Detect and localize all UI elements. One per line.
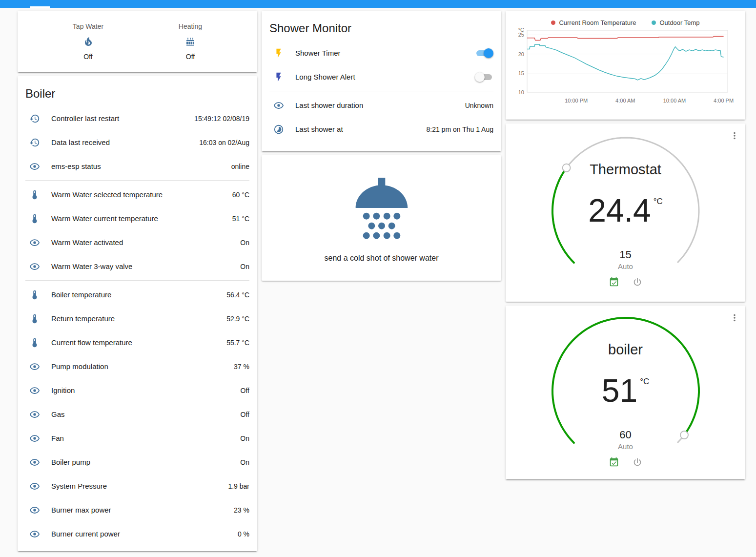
- glance-item-heating[interactable]: Heating Off: [179, 22, 202, 61]
- card-title-shower-monitor: Shower Monitor: [262, 11, 501, 41]
- entity-row[interactable]: Fan On: [18, 426, 257, 450]
- entity-row-last-shower-duration[interactable]: Last shower duration Unknown: [262, 93, 501, 117]
- legend-item: Outdoor Temp: [652, 19, 699, 26]
- long-shower-alert-toggle[interactable]: [475, 72, 493, 82]
- timelapse-icon: [273, 124, 285, 135]
- unit-label: °C: [654, 197, 663, 206]
- entity-row[interactable]: Ignition Off: [18, 378, 257, 402]
- svg-text:10: 10: [518, 89, 524, 95]
- history-icon: [29, 137, 41, 148]
- boiler-gauge: boiler 51°C 60 Auto: [545, 310, 706, 474]
- fire-icon: [82, 36, 94, 47]
- toggle-thumb: [475, 72, 485, 82]
- divider: [25, 180, 249, 181]
- target-temperature: 60: [545, 429, 706, 441]
- power-icon[interactable]: [632, 457, 643, 468]
- thermometer-icon: [29, 289, 41, 301]
- divider: [25, 280, 249, 281]
- divider: [269, 91, 493, 91]
- eye-icon: [29, 261, 41, 272]
- thermometer-icon: [29, 313, 41, 325]
- entity-row[interactable]: Controller last restart 15:49:12 02/08/1…: [18, 106, 257, 130]
- shower-action-label: send a cold shot of shower water: [325, 254, 439, 263]
- current-temperature: 24.4°C: [545, 192, 706, 229]
- legend-item: Current Room Temperature: [551, 19, 636, 26]
- glance-card: Tap Water Off Heating Off: [18, 11, 257, 72]
- svg-text:10:00 AM: 10:00 AM: [663, 98, 686, 103]
- app-header: [0, 0, 756, 8]
- entity-row[interactable]: Pump modulation 37 %: [18, 354, 257, 378]
- eye-icon: [29, 385, 41, 396]
- thermometer-icon: [29, 189, 41, 201]
- toggle-thumb: [484, 48, 493, 58]
- dashboard: Tap Water Off Heating Off Boiler Control…: [0, 8, 756, 551]
- eye-icon: [29, 504, 41, 516]
- chart-legend: Current Room TemperatureOutdoor Temp: [506, 18, 745, 27]
- entity-row-shower-timer[interactable]: Shower Timer: [262, 41, 501, 65]
- calendar-sync-icon[interactable]: [609, 457, 619, 468]
- hvac-mode: Auto: [545, 262, 706, 270]
- entity-row-long-shower-alert[interactable]: Long Shower Alert: [262, 65, 501, 89]
- eye-icon: [29, 480, 41, 492]
- entity-row[interactable]: Warm Water activated On: [18, 230, 257, 254]
- shower-monitor-card: Shower Monitor Shower Timer Long Shower …: [262, 11, 501, 151]
- svg-text:4:00 PM: 4:00 PM: [714, 98, 734, 103]
- boiler-gauge-card: boiler 51°C 60 Auto: [506, 306, 745, 479]
- entity-row[interactable]: Warm Water current temperature 51 °C: [18, 206, 257, 230]
- svg-text:15: 15: [518, 70, 524, 76]
- svg-text:25: 25: [518, 32, 524, 38]
- entity-row[interactable]: Gas Off: [18, 402, 257, 426]
- entity-row[interactable]: Boiler pump On: [18, 450, 257, 474]
- thermostat-gauge: Thermostat 24.4°C 15 Auto: [545, 130, 706, 293]
- entity-row[interactable]: Burner current power 0 %: [18, 522, 257, 546]
- shower-head-icon: [343, 172, 421, 252]
- dots-vertical-icon: [729, 317, 740, 325]
- entity-row[interactable]: Current flow temperature 55.7 °C: [18, 330, 257, 354]
- gauge-title: Thermostat: [545, 162, 706, 178]
- dots-vertical-icon: [729, 135, 740, 143]
- column-middle: Shower Monitor Shower Timer Long Shower …: [262, 11, 501, 281]
- power-icon[interactable]: [632, 277, 643, 288]
- unit-label: °C: [640, 377, 649, 386]
- eye-icon: [29, 237, 41, 248]
- entity-row-last-shower-at[interactable]: Last shower at 8:21 pm on Thu 1 Aug: [262, 117, 501, 141]
- entity-row[interactable]: System Pressure 1.9 bar: [18, 474, 257, 498]
- entity-row[interactable]: Boiler temperature 56.4 °C: [18, 283, 257, 307]
- shower-action-card[interactable]: send a cold shot of shower water: [262, 155, 501, 281]
- boiler-rows: Controller last restart 15:49:12 02/08/1…: [18, 106, 257, 546]
- eye-icon: [29, 409, 41, 420]
- shower-timer-toggle[interactable]: [475, 48, 493, 58]
- temperature-history-chart: 10152025°C10:00 PM4:00 AM10:00 AM4:00 PM: [506, 27, 745, 118]
- more-menu-button[interactable]: [728, 311, 741, 325]
- flash-icon: [273, 47, 285, 59]
- thermometer-icon: [29, 213, 41, 225]
- eye-icon: [29, 528, 41, 540]
- history-icon: [29, 113, 41, 124]
- glance-item-tap-water[interactable]: Tap Water Off: [73, 22, 103, 61]
- glance-items: Tap Water Off Heating Off: [35, 22, 240, 61]
- radiator-icon: [184, 36, 196, 47]
- entity-row[interactable]: Warm Water 3-way valve On: [18, 254, 257, 278]
- gauge-title: boiler: [545, 342, 706, 358]
- svg-text:20: 20: [518, 51, 524, 57]
- entity-row[interactable]: Data last received 16:03 on 02/Aug: [18, 130, 257, 154]
- more-menu-button[interactable]: [728, 129, 741, 143]
- calendar-sync-icon[interactable]: [609, 277, 619, 288]
- target-temperature: 15: [545, 248, 706, 261]
- history-graph-card: Current Room TemperatureOutdoor Temp 101…: [506, 11, 745, 120]
- entity-row[interactable]: Return temperature 52.9 °C: [18, 307, 257, 330]
- hvac-mode: Auto: [545, 442, 706, 451]
- entity-row[interactable]: Burner max power 23 %: [18, 498, 257, 522]
- eye-icon: [29, 361, 41, 372]
- thermostat-card: Thermostat 24.4°C 15 Auto: [506, 124, 745, 302]
- svg-text:°C: °C: [518, 27, 524, 33]
- boiler-card: Boiler Controller last restart 15:49:12 …: [18, 76, 257, 551]
- eye-icon: [29, 433, 41, 444]
- column-right: Current Room TemperatureOutdoor Temp 101…: [506, 11, 745, 479]
- gauge-actions: [545, 277, 706, 288]
- entity-row[interactable]: ems-esp status online: [18, 154, 257, 178]
- thermometer-icon: [29, 337, 41, 349]
- current-temperature: 51°C: [545, 372, 706, 409]
- column-left: Tap Water Off Heating Off Boiler Control…: [18, 11, 257, 551]
- entity-row[interactable]: Warm Water selected temperature 60 °C: [18, 183, 257, 206]
